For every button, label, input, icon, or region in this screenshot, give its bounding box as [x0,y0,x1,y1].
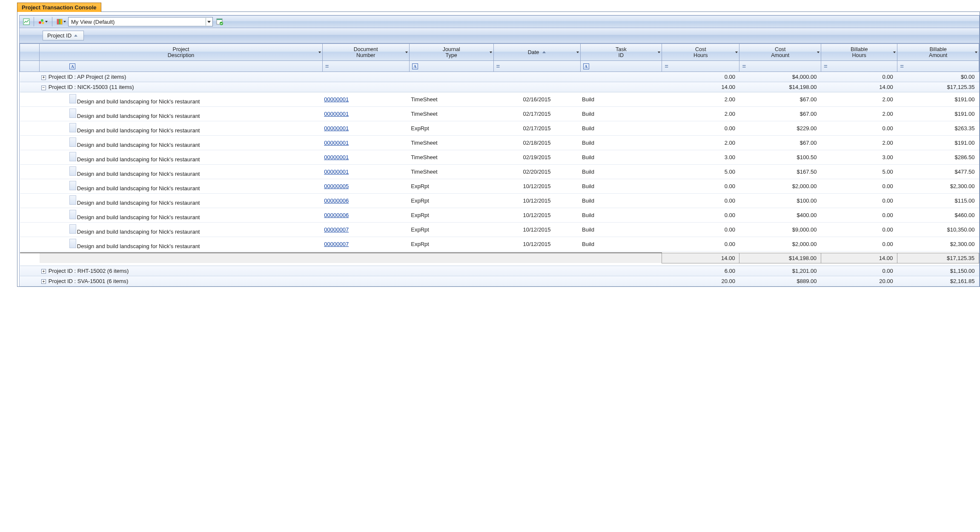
row-handle[interactable] [69,195,76,205]
save-view-icon[interactable] [215,17,225,26]
table-row[interactable]: Design and build landscaping for Nick's … [20,107,979,121]
document-link[interactable]: 00000005 [324,183,349,189]
collapse-icon[interactable]: − [41,86,46,90]
group-label-cell[interactable]: −Project ID : NICK-15003 (11 items) [40,82,662,92]
document-link[interactable]: 00000001 [324,125,349,132]
filter-cost-hours[interactable]: = [662,61,739,72]
document-link[interactable]: 00000001 [324,96,349,103]
document-link[interactable]: 00000007 [324,241,349,247]
table-row[interactable]: Design and build landscaping for Nick's … [20,208,979,223]
document-link[interactable]: 00000001 [324,140,349,146]
group-label-cell[interactable]: +Project ID : SVA-15001 (6 items) [40,276,662,286]
column-header-task-id[interactable]: Task ID [580,44,662,61]
chevron-down-icon[interactable] [576,51,579,53]
row-handle[interactable] [69,224,76,234]
row-handle[interactable] [69,166,76,176]
filter-document-number[interactable]: = [322,61,409,72]
chevron-down-icon[interactable] [735,51,738,53]
chevron-down-icon[interactable] [318,51,321,53]
column-header-journal-type[interactable]: Journal Type [409,44,493,61]
chevron-down-icon[interactable] [658,51,660,53]
view-selector[interactable]: My View (Default) [68,17,213,26]
table-row[interactable]: Design and build landscaping for Nick's … [20,223,979,237]
filter-task-id[interactable]: A [580,61,662,72]
document-link[interactable]: 00000001 [324,111,349,117]
group-label-cell[interactable]: +Project ID : AP Project (2 items) [40,72,662,82]
cell-document-number: 00000007 [322,223,409,237]
filter-cost-amount[interactable]: = [739,61,821,72]
table-row[interactable]: Design and build landscaping for Nick's … [20,194,979,208]
cell-billable-hours: 0.00 [821,223,897,237]
filter-billable-amount[interactable]: = [897,61,979,72]
chevron-down-icon[interactable] [893,51,896,53]
group-by-chip-project-id[interactable]: Project ID [43,31,84,40]
group-billable-hours: 0.00 [821,72,897,82]
cell-date: 10/12/2015 [493,223,580,237]
cell-billable-hours: 2.00 [821,136,897,150]
svg-point-3 [42,22,44,24]
tab-project-transaction-console[interactable]: Project Transaction Console [17,3,101,12]
group-gutter [20,82,40,92]
table-row[interactable]: Design and build landscaping for Nick's … [20,92,979,107]
cell-document-number: 00000001 [322,92,409,107]
row-handle[interactable] [69,123,76,132]
document-link[interactable]: 00000001 [324,154,349,160]
column-header-document-number[interactable]: Document Number [322,44,409,61]
row-handle[interactable] [69,239,76,248]
layout-split-button[interactable] [54,17,68,26]
cell-description: Design and build landscaping for Nick's … [40,107,322,121]
row-handle[interactable] [69,181,76,190]
expand-icon[interactable]: + [41,279,46,284]
chevron-down-icon[interactable] [405,51,408,53]
report-icon[interactable] [21,17,32,26]
group-row[interactable]: +Project ID : SVA-15001 (6 items)20.00$8… [20,276,979,286]
column-header-cost-amount[interactable]: Cost Amount [739,44,821,61]
cell-billable-hours: 2.00 [821,107,897,121]
table-row[interactable]: Design and build landscaping for Nick's … [20,179,979,194]
document-link[interactable]: 00000006 [324,212,349,218]
expand-icon[interactable]: + [41,269,46,274]
chevron-down-icon[interactable] [817,51,820,53]
header-label: Task ID [616,46,627,58]
group-by-band[interactable]: Project ID [19,28,980,43]
table-row[interactable]: Design and build landscaping for Nick's … [20,150,979,165]
table-row[interactable]: Design and build landscaping for Nick's … [20,136,979,150]
column-header-date[interactable]: Date [493,44,580,61]
chevron-down-icon[interactable] [490,51,492,53]
row-handle[interactable] [69,109,76,118]
row-handle[interactable] [69,94,76,103]
filter-date[interactable]: = [493,61,580,72]
group-row[interactable]: +Project ID : RHT-15002 (6 items)6.00$1,… [20,266,979,276]
row-handle[interactable] [69,152,76,161]
table-row[interactable]: Design and build landscaping for Nick's … [20,121,979,136]
column-header-billable-amount[interactable]: Billable Amount [897,44,979,61]
equals-filter-icon: = [665,63,668,70]
group-billable-amount: $2,161.85 [897,276,979,286]
chevron-down-icon[interactable] [975,51,977,53]
cell-task-id: Build [580,237,662,252]
document-link[interactable]: 00000001 [324,169,349,175]
document-link[interactable]: 00000006 [324,197,349,204]
cell-date: 02/19/2015 [493,150,580,165]
filter-description[interactable]: A [40,61,322,72]
refresh-split-button[interactable] [36,17,50,26]
column-header-description[interactable]: Project Description [40,44,322,61]
column-header-cost-hours[interactable]: Cost Hours [662,44,739,61]
group-row[interactable]: +Project ID : AP Project (2 items)0.00$4… [20,72,979,82]
cell-journal-type: ExpRpt [409,179,493,194]
group-row[interactable]: −Project ID : NICK-15003 (11 items)14.00… [20,82,979,92]
expand-icon[interactable]: + [41,75,46,80]
cell-billable-hours: 5.00 [821,165,897,179]
filter-billable-hours[interactable]: = [821,61,897,72]
document-link[interactable]: 00000007 [324,226,349,233]
table-row[interactable]: Design and build landscaping for Nick's … [20,165,979,179]
table-row[interactable]: Design and build landscaping for Nick's … [20,237,979,252]
row-handle[interactable] [69,210,76,219]
column-header-billable-hours[interactable]: Billable Hours [821,44,897,61]
group-cost-amount: $4,000.00 [739,72,821,82]
cell-date: 02/17/2015 [493,107,580,121]
row-handle[interactable] [69,137,76,147]
group-label-cell[interactable]: +Project ID : RHT-15002 (6 items) [40,266,662,276]
filter-journal-type[interactable]: A [409,61,493,72]
group-gutter [20,266,40,276]
